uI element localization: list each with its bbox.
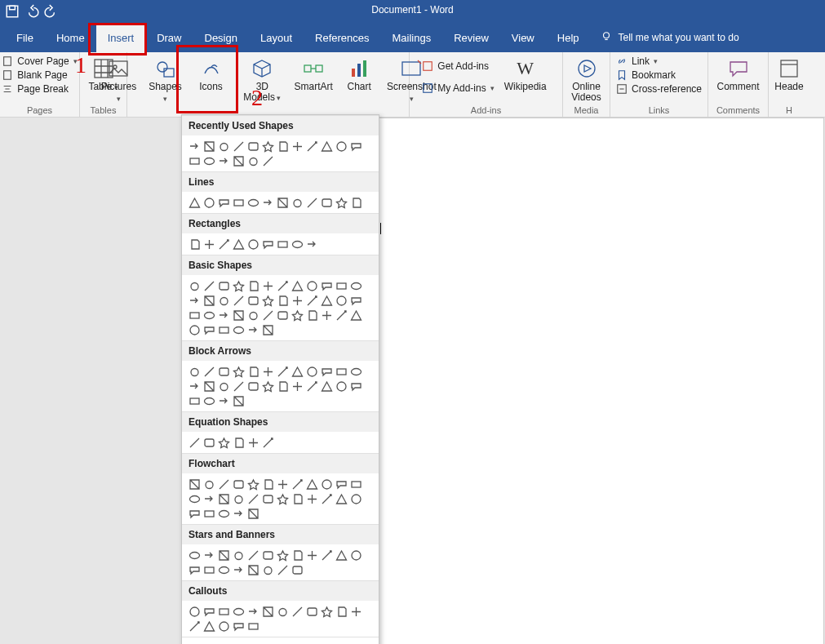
shape-item[interactable] [260,491,275,506]
shape-item[interactable] [260,364,275,379]
tab-layout[interactable]: Layout [249,23,304,52]
shape-item[interactable] [290,477,304,491]
shape-item[interactable] [290,379,304,393]
shape-item[interactable] [275,548,290,562]
shape-item[interactable] [246,322,260,337]
tab-view[interactable]: View [500,23,546,52]
shape-item[interactable] [231,308,246,322]
shape-item[interactable] [246,477,260,491]
shape-item[interactable] [246,293,260,308]
shape-item[interactable] [246,604,260,619]
shape-item[interactable] [275,364,290,379]
shape-item[interactable] [260,562,275,577]
shape-item[interactable] [275,562,290,577]
tab-references[interactable]: References [304,23,380,52]
shape-item[interactable] [231,619,246,633]
shape-item[interactable] [246,237,260,251]
shape-item[interactable] [275,308,290,322]
shape-item[interactable] [187,506,202,521]
shape-item[interactable] [275,491,290,506]
shape-item[interactable] [202,379,216,393]
shape-item[interactable] [216,139,231,153]
shape-item[interactable] [334,195,348,210]
shape-item[interactable] [202,139,216,153]
shape-item[interactable] [187,153,202,168]
shape-item[interactable] [348,195,363,210]
shape-item[interactable] [187,393,202,408]
shape-item[interactable] [334,548,348,562]
shape-item[interactable] [231,604,246,619]
shape-item[interactable] [202,619,216,633]
tab-file[interactable]: File [5,23,45,52]
shape-item[interactable] [202,393,216,408]
shape-item[interactable] [231,195,246,210]
shape-item[interactable] [290,604,304,619]
pictures-button[interactable]: Pictures [98,56,139,106]
cover-page-button[interactable]: Cover Page [2,56,77,67]
shape-item[interactable] [202,604,216,619]
shape-item[interactable] [304,548,319,562]
shape-item[interactable] [319,477,334,491]
tab-help[interactable]: Help [546,23,591,52]
shape-item[interactable] [231,506,246,521]
shape-item[interactable] [246,562,260,577]
shape-item[interactable] [231,477,246,491]
shape-item[interactable] [275,379,290,393]
shape-item[interactable] [260,322,275,337]
shape-item[interactable] [260,308,275,322]
shape-item[interactable] [187,322,202,337]
shape-item[interactable] [187,435,202,450]
shape-item[interactable] [304,604,319,619]
shape-item[interactable] [304,195,319,210]
shape-item[interactable] [304,379,319,393]
shape-item[interactable] [319,604,334,619]
shape-item[interactable] [260,477,275,491]
shape-item[interactable] [231,562,246,577]
shape-item[interactable] [216,619,231,633]
shape-item[interactable] [187,308,202,322]
shape-item[interactable] [231,435,246,450]
shape-item[interactable] [216,604,231,619]
shape-item[interactable] [304,237,319,251]
shape-item[interactable] [202,491,216,506]
smartart-button[interactable]: SmartArt [294,56,333,94]
shape-item[interactable] [231,139,246,153]
shape-item[interactable] [319,548,334,562]
shape-item[interactable] [319,308,334,322]
shape-item[interactable] [246,379,260,393]
chart-button[interactable]: Chart [339,56,379,94]
shape-item[interactable] [260,604,275,619]
shape-item[interactable] [187,237,202,251]
shape-item[interactable] [334,604,348,619]
shape-item[interactable] [348,548,363,562]
get-addins-button[interactable]: Get Add-ins [422,60,494,72]
shape-item[interactable] [202,293,216,308]
shape-item[interactable] [202,322,216,337]
shape-item[interactable] [187,195,202,210]
bookmark-button[interactable]: Bookmark [616,69,702,81]
shape-item[interactable] [187,562,202,577]
shape-item[interactable] [187,364,202,379]
shape-item[interactable] [231,491,246,506]
shape-item[interactable] [334,477,348,491]
shape-item[interactable] [216,435,231,450]
shape-item[interactable] [246,308,260,322]
shape-item[interactable] [304,139,319,153]
shape-item[interactable] [231,322,246,337]
shape-item[interactable] [290,278,304,293]
shape-item[interactable] [202,308,216,322]
shape-item[interactable] [348,491,363,506]
shape-item[interactable] [231,364,246,379]
shape-item[interactable] [319,379,334,393]
shape-item[interactable] [260,139,275,153]
shape-item[interactable] [202,477,216,491]
shape-item[interactable] [202,195,216,210]
header-button[interactable]: Heade [770,56,809,94]
tab-design[interactable]: Design [193,23,249,52]
shape-item[interactable] [187,548,202,562]
shape-item[interactable] [275,477,290,491]
shape-item[interactable] [334,491,348,506]
page-break-button[interactable]: Page Break [2,83,77,95]
tab-draw[interactable]: Draw [145,23,193,52]
shape-item[interactable] [348,379,363,393]
